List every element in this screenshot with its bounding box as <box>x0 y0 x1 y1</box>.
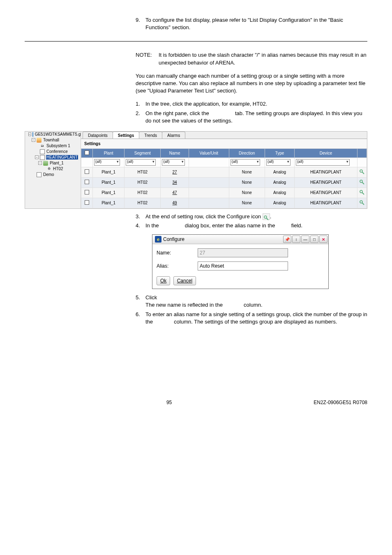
cell-name-link[interactable]: 34 <box>173 180 177 185</box>
col-type: Type <box>265 148 294 157</box>
dialog-title: Configure <box>163 236 184 242</box>
svg-line-9 <box>266 218 268 220</box>
step-4: 4. In the dialog box, enter the alias na… <box>136 222 367 229</box>
tree-node-root[interactable]: − GE51WDTKSAMMET5.globa <box>28 132 81 137</box>
tree-collapse-icon[interactable]: − <box>28 132 31 136</box>
step-number: 2. <box>136 110 145 125</box>
configure-icon[interactable] <box>359 190 365 195</box>
device-icon <box>40 155 45 160</box>
cell-type: Analog <box>265 167 294 177</box>
filter-plant[interactable]: (all) <box>94 159 120 166</box>
tree-collapse-icon[interactable]: − <box>32 138 35 142</box>
step-text-line1: Click <box>145 294 157 301</box>
intro-paragraph: You can manually change each number of a… <box>136 72 367 95</box>
configure-icon-inline <box>263 213 270 220</box>
pin-button[interactable]: 📌 <box>283 236 291 243</box>
configure-icon[interactable] <box>359 200 365 206</box>
tree-node-demo[interactable]: Demo <box>32 172 81 178</box>
step-text-post: field. <box>290 222 302 229</box>
doc-id: EN2Z-0906GE51 R0708 <box>314 400 367 405</box>
device-icon <box>40 149 45 154</box>
cell-value <box>189 167 229 177</box>
filter-type[interactable]: (all) <box>266 159 291 166</box>
configure-icon[interactable] <box>359 179 365 185</box>
divider <box>25 41 367 42</box>
note-label: NOTE: <box>136 51 159 66</box>
cell-device: HEATINGPLANT <box>295 187 357 198</box>
step-text-line2-pre: The new name is reflected in the <box>145 302 224 308</box>
configure-icon[interactable] <box>359 169 365 175</box>
svg-line-3 <box>362 182 364 184</box>
name-input <box>198 248 288 257</box>
step-text-pre: In the <box>145 222 160 229</box>
cell-plant: Plant_1 <box>93 177 125 187</box>
tree-label: HT02 <box>53 166 63 171</box>
cancel-button[interactable]: Cancel <box>173 276 196 285</box>
step-text: To configure the list display, please re… <box>145 16 367 31</box>
device-icon <box>37 172 42 177</box>
cell-device: HEATINGPLANT <box>295 167 357 177</box>
row-checkbox[interactable] <box>85 190 89 194</box>
tree-node-plant1[interactable]: − Plant_1 <box>38 160 81 166</box>
col-direction: Direction <box>229 148 265 157</box>
refresh-button[interactable]: ↕ <box>292 236 300 243</box>
cell-plant: Plant_1 <box>93 198 125 208</box>
main-pane: Datapoints Settings Trends Alarms Settin… <box>81 132 367 208</box>
step-text-post: column. The settings of the settings gro… <box>173 319 337 325</box>
minimize-button[interactable]: — <box>301 236 309 243</box>
tree-collapse-icon[interactable]: − <box>35 155 39 159</box>
tab-trends[interactable]: Trends <box>139 132 162 139</box>
cell-direction: None <box>229 167 265 177</box>
cell-segment: HT02 <box>125 177 161 187</box>
cell-type: Analog <box>265 198 294 208</box>
cell-name-link[interactable]: 27 <box>173 170 177 174</box>
step-text-mid: dialog box, enter the alias name in the <box>183 222 277 229</box>
cell-type: Analog <box>265 177 294 187</box>
tab-alarms[interactable]: Alarms <box>162 132 185 139</box>
alias-input[interactable] <box>198 261 288 271</box>
cell-plant: Plant_1 <box>93 187 125 198</box>
step-text: On the right pane, click the tab. The se… <box>145 110 367 125</box>
server-icon <box>32 132 33 137</box>
svg-point-4 <box>360 190 362 193</box>
tree-node-subsystem[interactable]: 🗂 Subsystem 1 <box>35 143 81 149</box>
row-checkbox[interactable] <box>85 180 89 184</box>
tree-pane: − GE51WDTKSAMMET5.globa − Townhall <box>25 132 81 208</box>
filter-name[interactable]: (all) <box>162 159 184 166</box>
cell-name-link[interactable]: 47 <box>173 190 177 195</box>
tree-node-conference[interactable]: Conference <box>35 149 81 155</box>
alias-label: Alias: <box>157 263 198 269</box>
step-6: 6. To enter an alias name for a single s… <box>136 311 367 326</box>
tree-label: Conference <box>46 149 68 154</box>
tab-datapoints[interactable]: Datapoints <box>83 132 113 139</box>
col-plant: Plant <box>93 148 125 157</box>
filter-direction[interactable]: (all) <box>231 159 260 166</box>
tree-node-ht02[interactable]: ⚙ HT02 <box>42 166 81 172</box>
tree-label: HEATINGPLANT <box>46 155 78 160</box>
close-button[interactable]: ✕ <box>319 236 327 243</box>
ok-button[interactable]: Ok <box>157 276 170 285</box>
svg-line-1 <box>362 172 364 174</box>
tab-settings[interactable]: Settings <box>113 132 139 139</box>
maximize-button[interactable]: □ <box>310 236 318 243</box>
step-number: 6. <box>136 311 145 326</box>
tree-node-townhall[interactable]: − Townhall <box>32 137 81 143</box>
settings-table: Plant Segment Name Value/Unit Direction … <box>81 148 367 208</box>
row-checkbox[interactable] <box>85 169 89 174</box>
filter-device[interactable]: (all) <box>296 159 350 166</box>
cell-direction: None <box>229 177 265 187</box>
filter-segment[interactable]: (all) <box>126 159 156 166</box>
tree-label: Townhall <box>43 138 60 142</box>
cell-segment: HT02 <box>125 167 161 177</box>
row-checkbox[interactable] <box>85 200 89 205</box>
svg-line-5 <box>362 192 364 194</box>
tree-collapse-icon[interactable]: − <box>38 161 42 165</box>
tree-node-heatingplant[interactable]: − HEATINGPLANT <box>35 155 81 160</box>
svg-point-8 <box>264 216 267 218</box>
tree-label: Subsystem 1 <box>46 143 71 148</box>
header-checkbox[interactable] <box>85 150 89 155</box>
step-text: To enter an alias name for a single sett… <box>145 311 367 326</box>
col-name: Name <box>161 148 189 157</box>
cell-value <box>189 187 229 198</box>
cell-name-link[interactable]: 49 <box>173 201 177 205</box>
